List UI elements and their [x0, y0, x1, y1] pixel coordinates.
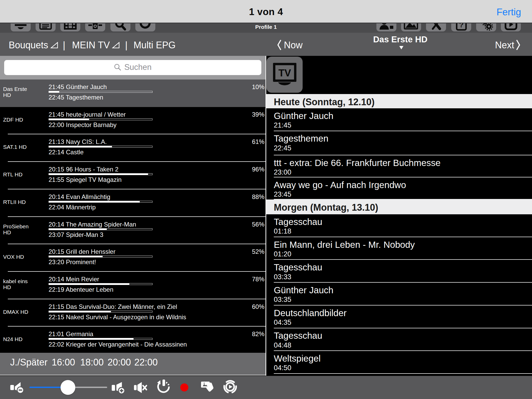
svg-text:TV: TV — [278, 68, 291, 78]
